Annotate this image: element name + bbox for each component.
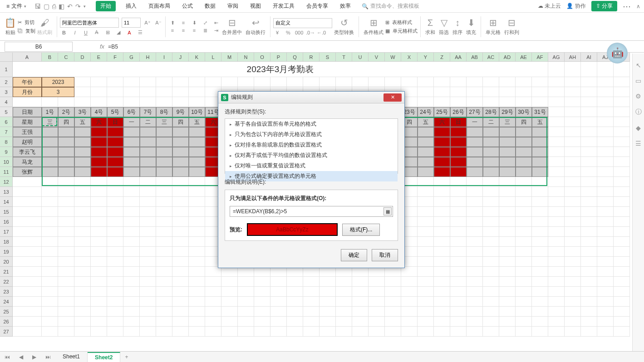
cell[interactable] [303, 297, 320, 307]
cell[interactable] [532, 317, 548, 327]
row-header[interactable]: 9 [0, 147, 13, 157]
cell[interactable] [581, 187, 597, 197]
cell[interactable] [74, 207, 91, 217]
cell[interactable] [172, 137, 189, 147]
cell[interactable] [58, 157, 74, 167]
cell[interactable] [172, 187, 189, 197]
cell[interactable] [189, 197, 205, 207]
cell[interactable] [13, 237, 42, 247]
cell[interactable] [499, 267, 516, 277]
cell[interactable] [483, 147, 499, 157]
cell[interactable] [434, 87, 450, 97]
orientation-icon[interactable]: ⤢ [201, 20, 209, 26]
tab-nav-first[interactable]: ⏮ [0, 354, 15, 360]
ribbon-tab-8[interactable]: 会员专享 [305, 1, 330, 11]
cell[interactable] [401, 77, 418, 87]
cell[interactable] [450, 267, 467, 277]
cell[interactable] [532, 127, 548, 137]
cell[interactable] [418, 147, 434, 157]
cell[interactable] [418, 157, 434, 167]
cell[interactable] [499, 127, 516, 137]
cell[interactable] [189, 317, 205, 327]
formula-input[interactable]: =B5 [108, 44, 118, 50]
cell[interactable] [172, 267, 189, 277]
cell[interactable] [385, 297, 401, 307]
cell[interactable] [189, 177, 205, 187]
cell[interactable] [516, 177, 532, 187]
cell[interactable] [483, 237, 499, 247]
cell[interactable] [548, 147, 565, 157]
cell[interactable] [532, 197, 548, 207]
cell[interactable] [123, 77, 140, 87]
cell[interactable] [58, 97, 74, 107]
cell[interactable] [123, 247, 140, 257]
cell[interactable] [221, 327, 238, 337]
column-header[interactable]: C [58, 53, 74, 62]
cell[interactable] [58, 197, 74, 207]
cell[interactable] [91, 167, 107, 177]
table-style-button[interactable]: ⊞表格样式 [385, 19, 418, 26]
column-header[interactable]: X [401, 53, 418, 62]
cell[interactable] [13, 297, 42, 307]
cell[interactable] [434, 197, 450, 207]
tab-nav-next[interactable]: ▶ [28, 354, 41, 360]
cell[interactable] [516, 217, 532, 227]
cell[interactable] [614, 257, 630, 267]
cell[interactable] [418, 297, 434, 307]
cell[interactable] [467, 177, 483, 187]
cell[interactable] [140, 157, 156, 167]
cell[interactable] [516, 97, 532, 107]
cell[interactable] [614, 197, 630, 207]
cell[interactable] [581, 327, 597, 337]
cell[interactable] [189, 227, 205, 237]
cell[interactable] [352, 327, 369, 337]
ribbon-tab-6[interactable]: 视图 [248, 1, 263, 11]
cell[interactable] [123, 177, 140, 187]
cell[interactable] [107, 267, 123, 277]
cell[interactable] [548, 227, 565, 237]
cell[interactable] [123, 147, 140, 157]
cell[interactable] [107, 97, 123, 107]
cell[interactable] [172, 217, 189, 227]
cell[interactable] [597, 247, 614, 257]
cell[interactable]: 星期 [13, 117, 42, 127]
cell[interactable] [516, 127, 532, 137]
cell[interactable] [499, 187, 516, 197]
cell[interactable] [499, 327, 516, 337]
cell[interactable] [58, 207, 74, 217]
cell[interactable] [581, 277, 597, 287]
cell[interactable] [532, 297, 548, 307]
backup-tool-icon[interactable]: ☰ [635, 140, 641, 147]
column-header[interactable]: B [42, 53, 58, 62]
cell[interactable] [123, 287, 140, 297]
cell[interactable] [189, 297, 205, 307]
row-header[interactable]: 8 [0, 137, 13, 147]
cell[interactable] [565, 87, 581, 97]
cell[interactable] [434, 327, 450, 337]
command-search[interactable]: 🔍 查找命令、搜索模板 [362, 2, 419, 10]
cell[interactable] [336, 287, 352, 297]
align-right-icon[interactable]: ≡ [190, 28, 198, 33]
strike-icon[interactable]: A̶ [93, 29, 101, 35]
type-convert-button[interactable]: ↺类型转换 [332, 17, 356, 36]
row-header[interactable]: 26 [0, 317, 13, 327]
cell[interactable] [58, 267, 74, 277]
cell[interactable] [581, 107, 597, 117]
cell[interactable] [140, 267, 156, 277]
cell[interactable] [450, 317, 467, 327]
cell[interactable] [221, 317, 238, 327]
cell[interactable] [499, 237, 516, 247]
cell[interactable] [565, 287, 581, 297]
cell[interactable]: 28号 [483, 107, 499, 117]
column-header[interactable]: AD [499, 53, 516, 62]
cell[interactable] [532, 167, 548, 177]
cell[interactable] [58, 187, 74, 197]
cell[interactable] [123, 87, 140, 97]
cell[interactable] [156, 247, 172, 257]
cell[interactable] [434, 127, 450, 137]
cell[interactable] [320, 297, 336, 307]
cell[interactable] [42, 247, 58, 257]
dec-dec-icon[interactable]: ←.0 [317, 30, 325, 35]
cell[interactable] [140, 77, 156, 87]
cell[interactable] [270, 277, 287, 287]
